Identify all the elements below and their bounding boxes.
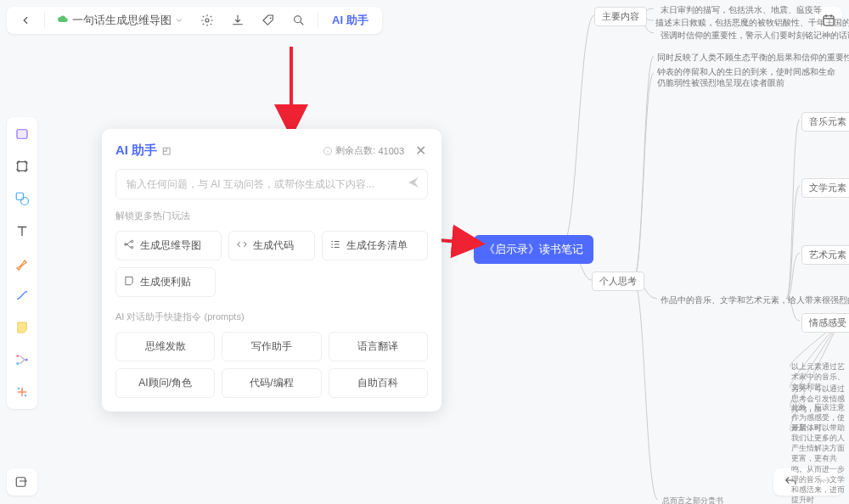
doc-title: 一句话生成思维导图 (72, 13, 171, 28)
ai-dialog-title: AI 助手 ◰ (115, 143, 171, 159)
svg-point-16 (125, 244, 127, 245)
section-more-label: 解锁更多热门玩法 (115, 210, 428, 222)
mindmap-tag-music[interactable]: 音乐元素 (801, 112, 849, 132)
mindmap-tag-art[interactable]: 艺术元素 (801, 245, 849, 265)
mindmap-node[interactable]: 同时反映了人类不顾生态平衡的后果和信仰的重要性 (657, 52, 849, 64)
layers-panel-toggle[interactable] (7, 468, 37, 496)
svg-point-2 (295, 16, 301, 23)
chevron-down-icon (175, 14, 183, 27)
action-generate-code[interactable]: 生成代码 (228, 231, 314, 260)
tool-text[interactable] (10, 219, 34, 243)
tool-more[interactable] (10, 380, 34, 404)
back-button[interactable] (14, 8, 37, 32)
action-generate-sticky[interactable]: 生成便利贴 (115, 267, 216, 297)
action-label: 生成思维导图 (140, 238, 201, 253)
tool-pen[interactable] (10, 251, 34, 275)
svg-point-0 (205, 19, 209, 22)
prompt-selfhelp[interactable]: 自助百科 (329, 368, 428, 398)
svg-point-7 (16, 355, 19, 357)
tool-card[interactable] (10, 122, 34, 146)
prompt-consult[interactable]: AI顾问/角色 (115, 368, 215, 398)
ai-prompt-input[interactable] (115, 169, 428, 199)
tasks-icon (329, 238, 341, 253)
svg-rect-13 (20, 480, 27, 482)
send-icon[interactable] (406, 175, 421, 193)
ai-dialog-title-text: AI 助手 (115, 143, 157, 159)
remaining-value: 41003 (378, 146, 404, 156)
close-icon[interactable]: ✕ (413, 143, 428, 159)
svg-point-9 (25, 359, 28, 361)
svg-rect-3 (17, 130, 27, 139)
svg-rect-5 (16, 193, 23, 199)
prompt-coding[interactable]: 代码/编程 (222, 368, 321, 398)
mindmap-node[interactable]: 描述末日救赎，包括恶魔的被牧铝酸性、千年王国的到来等 (655, 17, 849, 29)
ai-assist-top-button[interactable]: AI 助手 (325, 13, 375, 28)
prompt-translate[interactable]: 语言翻译 (329, 332, 428, 361)
svg-rect-10 (18, 388, 20, 389)
tool-mindmap[interactable] (10, 348, 34, 372)
ai-assistant-dialog: AI 助手 ◰ 剩余点数: 41003 ✕ 解锁更多热门玩法 生成思维导图 生成… (102, 129, 441, 412)
mindmap-leaf[interactable]: 总而言之部分贵书后人类信仰之中的认 (662, 496, 730, 504)
arrow-icon (267, 47, 318, 140)
prompt-writing[interactable]: 写作助手 (222, 332, 321, 361)
remaining-label: 剩余点数: (335, 144, 375, 157)
section-prompts-label: AI 对话助手快捷指令 (prompts) (115, 311, 428, 323)
left-tool-sidebar (7, 117, 37, 409)
divider (318, 12, 318, 29)
action-label: 生成任务清单 (346, 238, 408, 253)
doc-title-dropdown[interactable]: 一句话生成思维导图 (52, 13, 188, 28)
mindmap-node[interactable]: 末日审判的描写，包括洪水、地震、瘟疫等 (661, 4, 822, 16)
tool-connector[interactable] (10, 283, 34, 307)
svg-point-8 (16, 362, 19, 365)
prompt-diverge[interactable]: 思维发散 (115, 332, 215, 361)
mindmap-branch-main-content[interactable]: 主要内容 (594, 7, 647, 26)
tool-shape[interactable] (10, 187, 34, 210)
action-generate-tasks[interactable]: 生成任务清单 (322, 231, 428, 260)
search-icon[interactable] (287, 8, 311, 32)
svg-point-6 (21, 198, 29, 205)
divider (44, 12, 45, 29)
svg-point-17 (131, 240, 132, 242)
info-icon: 剩余点数: 41003 (323, 144, 404, 157)
svg-rect-11 (25, 395, 26, 396)
mindmap-node[interactable]: 作品中的音乐、文学和艺术元素，给人带来很强烈的情感感受 (661, 294, 849, 306)
svg-rect-4 (18, 162, 27, 171)
code-icon (236, 238, 248, 253)
top-toolbar: 一句话生成思维导图 AI 助手 (7, 7, 382, 34)
tool-sticky[interactable] (10, 316, 34, 339)
action-label: 生成代码 (253, 238, 294, 253)
mindmap-leaf[interactable]: 最后，可以带助我们让更多的人产生情解决方面更富，更有共鸣。从而进一步理的音乐、文… (791, 423, 849, 504)
mindmap-node[interactable]: 钟表的停留和人的生日的到来，使时间感和生命仍脆弱性被强烈地呈现在读者眼前 (657, 66, 835, 88)
mindmap-tag-literature[interactable]: 文学元素 (801, 178, 849, 198)
mindmap-node[interactable]: 强调时信仰的重要性，警示人们要时刻铭记神的话语 (661, 30, 849, 42)
mindmap-icon (123, 238, 135, 253)
sticky-icon (123, 275, 135, 289)
action-generate-mindmap[interactable]: 生成思维导图 (115, 231, 222, 260)
tool-frame[interactable] (10, 154, 34, 178)
svg-point-18 (131, 246, 132, 248)
svg-point-1 (270, 17, 272, 19)
expand-icon[interactable]: ◰ (162, 145, 171, 156)
download-icon[interactable] (226, 8, 250, 32)
cloud-icon (57, 14, 69, 28)
mindmap-center-node[interactable]: 《启示录》读书笔记 (474, 235, 593, 264)
action-label: 生成便利贴 (140, 275, 191, 289)
mindmap-branch-personal[interactable]: 个人思考 (592, 272, 644, 291)
settings-icon[interactable] (195, 8, 219, 32)
tag-icon[interactable] (256, 8, 280, 32)
mindmap-tag-emotion[interactable]: 情感感受 (801, 313, 849, 333)
